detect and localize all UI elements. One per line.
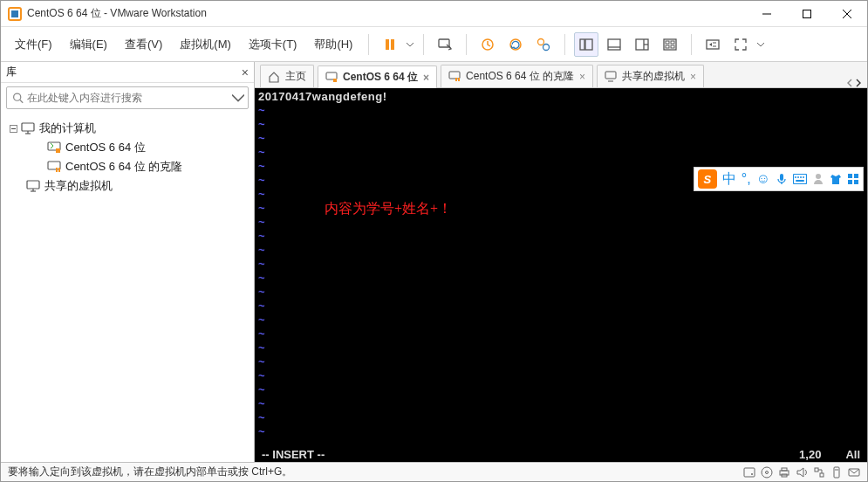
tray-cd-icon[interactable]	[761, 466, 773, 479]
tree-item-centos-clone[interactable]: CentOS 6 64 位 的克隆	[4, 157, 250, 176]
tab-home[interactable]: 主页	[260, 65, 314, 87]
view-console-button[interactable]	[630, 32, 654, 57]
ime-keyboard-button[interactable]	[793, 174, 807, 184]
svg-rect-63	[744, 468, 755, 477]
tab-bar: 主页 CentOS 6 64 位 × CentOS 6 64 位 的克隆 × 共…	[255, 62, 867, 88]
tab-nav	[846, 79, 862, 87]
svg-rect-7	[391, 39, 394, 50]
menu-view[interactable]: 查看(V)	[118, 33, 169, 56]
close-button[interactable]	[827, 1, 867, 27]
maximize-button[interactable]	[787, 1, 827, 27]
svg-point-12	[543, 44, 550, 50]
vim-tilde: ~	[258, 341, 265, 355]
svg-rect-1	[11, 10, 18, 17]
work-area: 库 × 我的计算机 CentOS 6 64 位 CentOS 6 64 位	[1, 62, 867, 462]
tab-shared[interactable]: 共享的虚拟机 ×	[597, 65, 704, 87]
vim-tilde: ~	[258, 216, 265, 229]
sogou-logo-icon[interactable]: S	[698, 169, 717, 189]
tab-prev-button[interactable]	[846, 79, 853, 87]
svg-rect-21	[666, 41, 669, 44]
fullscreen-dropdown[interactable]	[756, 41, 765, 48]
svg-rect-3	[803, 10, 811, 17]
svg-rect-40	[27, 181, 39, 189]
vm-running-icon	[325, 72, 338, 84]
quick-switch-button[interactable]	[701, 32, 725, 57]
status-tray	[743, 466, 860, 479]
view-thumbnail-button[interactable]	[574, 32, 598, 57]
separator	[466, 34, 467, 55]
status-bar: 要将输入定向到该虚拟机，请在虚拟机内部单击或按 Ctrl+G。	[1, 462, 867, 481]
app-icon	[8, 7, 22, 21]
tree-shared-vms[interactable]: 共享的虚拟机	[4, 176, 250, 196]
fullscreen-button[interactable]	[728, 32, 753, 57]
svg-rect-62	[854, 180, 858, 184]
tab-close-button[interactable]: ×	[690, 71, 696, 83]
svg-rect-14	[585, 39, 592, 50]
main-panel: 主页 CentOS 6 64 位 × CentOS 6 64 位 的克隆 × 共…	[255, 62, 867, 462]
vm-paused-icon	[448, 71, 461, 83]
ime-punct-button[interactable]: °,	[742, 171, 751, 187]
ime-user-button[interactable]	[812, 173, 824, 185]
menu-edit[interactable]: 编辑(E)	[63, 33, 114, 56]
svg-rect-71	[820, 473, 824, 477]
tab-close-button[interactable]: ×	[423, 72, 429, 84]
svg-rect-38	[56, 168, 58, 172]
search-dropdown[interactable]	[232, 92, 244, 104]
tree-root-my-computer[interactable]: 我的计算机	[4, 119, 250, 138]
vm-running-icon	[46, 141, 62, 154]
terminal-line: 20170417wangdefeng!	[258, 90, 387, 103]
tree-item-centos[interactable]: CentOS 6 64 位	[4, 138, 250, 157]
vim-tilde: ~	[258, 258, 265, 271]
svg-rect-22	[671, 41, 674, 44]
manage-snapshot-button[interactable]	[531, 32, 556, 57]
vm-console[interactable]: 20170417wangdefeng! 内容为学号+姓名+！ ~~~~~~~~~…	[255, 88, 867, 462]
tray-disk-icon[interactable]	[743, 466, 755, 479]
ime-emoji-button[interactable]: ☺	[756, 171, 770, 187]
status-message: 要将输入定向到该虚拟机，请在虚拟机内部单击或按 Ctrl+G。	[8, 465, 292, 479]
tray-sound-icon[interactable]	[796, 466, 808, 479]
ime-voice-button[interactable]	[776, 173, 788, 185]
vim-tilde: ~	[258, 397, 265, 410]
ime-toolbar[interactable]: S 中 °, ☺	[694, 167, 864, 191]
tray-message-icon[interactable]	[848, 466, 860, 479]
tab-centos-clone[interactable]: CentOS 6 64 位 的克隆 ×	[441, 65, 593, 87]
vim-tilde: ~	[258, 104, 265, 117]
search-box[interactable]	[6, 86, 249, 109]
ime-toolbox-button[interactable]	[847, 173, 859, 185]
vim-tilde: ~	[258, 327, 265, 341]
search-input[interactable]	[27, 92, 227, 104]
tab-close-button[interactable]: ×	[579, 71, 585, 83]
view-single-button[interactable]	[602, 32, 626, 57]
menu-help[interactable]: 帮助(H)	[307, 33, 359, 56]
view-unity-button[interactable]	[658, 32, 682, 57]
svg-rect-47	[458, 78, 460, 81]
tree-label: 我的计算机	[39, 120, 96, 136]
svg-rect-39	[58, 168, 60, 172]
svg-rect-59	[848, 174, 852, 178]
tab-next-button[interactable]	[855, 79, 862, 87]
menu-tabs[interactable]: 选项卡(T)	[242, 33, 304, 56]
ime-skin-button[interactable]	[830, 173, 842, 185]
collapse-icon[interactable]	[8, 123, 18, 134]
tree-label: 共享的虚拟机	[44, 178, 113, 194]
title-bar: CentOS 6 64 位 - VMware Workstation	[1, 1, 867, 27]
tray-printer-icon[interactable]	[778, 466, 790, 479]
menu-vm[interactable]: 虚拟机(M)	[173, 33, 238, 56]
pause-button[interactable]	[378, 32, 402, 57]
sidebar-close-button[interactable]: ×	[242, 65, 249, 79]
tray-network-icon[interactable]	[813, 466, 825, 479]
vm-paused-icon	[46, 161, 62, 173]
pause-dropdown[interactable]	[406, 41, 414, 48]
revert-snapshot-button[interactable]	[503, 32, 528, 57]
svg-rect-46	[455, 78, 457, 81]
vim-tilde: ~	[258, 369, 265, 382]
snapshot-button[interactable]	[475, 32, 500, 57]
tray-usb-icon[interactable]	[830, 466, 843, 479]
tree-label: CentOS 6 64 位 的克隆	[65, 159, 182, 175]
tab-centos[interactable]: CentOS 6 64 位 ×	[318, 65, 437, 88]
minimize-button[interactable]	[747, 1, 787, 27]
window-title: CentOS 6 64 位 - VMware Workstation	[27, 6, 207, 21]
menu-file[interactable]: 文件(F)	[8, 33, 59, 56]
send-ctrl-alt-del-button[interactable]	[433, 32, 457, 57]
ime-lang-button[interactable]: 中	[722, 170, 736, 189]
